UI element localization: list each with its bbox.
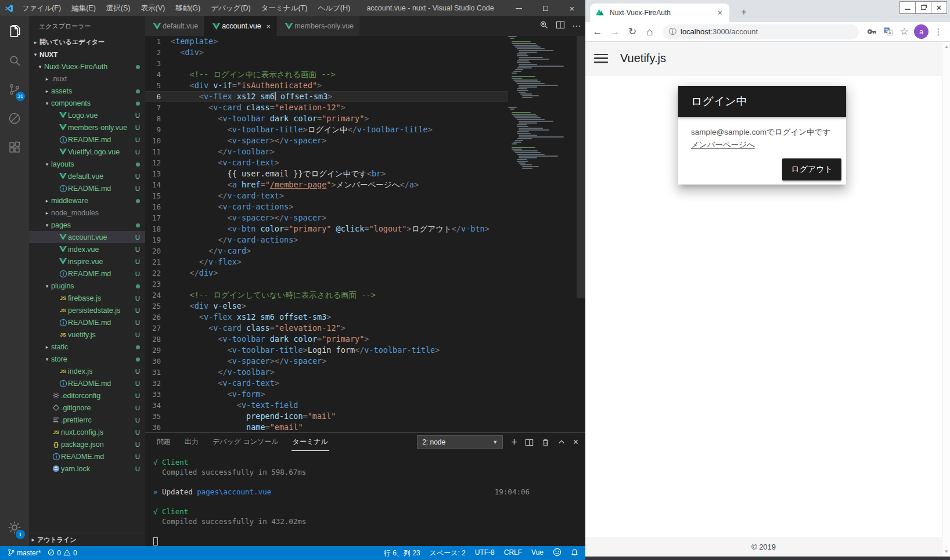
- status-item-4[interactable]: Vue: [531, 548, 544, 558]
- git-branch-item[interactable]: master*: [6, 548, 42, 558]
- browser-close-button[interactable]: ✕: [931, 1, 947, 14]
- tree-file-firebase.js[interactable]: JSfirebase.jsU: [29, 292, 145, 304]
- problems-item[interactable]: 0 0: [46, 549, 78, 558]
- status-item-2[interactable]: UTF-8: [475, 548, 495, 558]
- back-icon[interactable]: ←: [589, 24, 606, 40]
- close-button[interactable]: ×: [559, 0, 585, 16]
- tree-file-README.md[interactable]: README.mdU: [29, 268, 145, 280]
- notifications-bell-icon[interactable]: [571, 548, 578, 558]
- member-page-link[interactable]: メンバーページへ: [691, 139, 755, 151]
- tree-file-README.md[interactable]: README.mdU: [29, 133, 145, 146]
- panel-tab-item[interactable]: 出力: [183, 433, 200, 451]
- tree-file-README.md[interactable]: README.mdU: [29, 450, 145, 463]
- tree-folder-.nuxt[interactable]: ▸.nuxt: [29, 73, 145, 85]
- tree-folder-static[interactable]: ▸static: [29, 341, 145, 353]
- menu-v[interactable]: 表示(V): [135, 3, 170, 13]
- logout-button[interactable]: ログアウト: [782, 158, 841, 180]
- tree-file-README.md[interactable]: README.mdU: [29, 377, 145, 389]
- panel-tab-item[interactable]: 問題: [156, 433, 172, 451]
- minimize-button[interactable]: [505, 0, 532, 16]
- profile-avatar[interactable]: a: [914, 24, 929, 39]
- menu-f[interactable]: ファイル(F): [17, 3, 66, 13]
- tree-folder-node_modules[interactable]: ▸node_modules: [29, 207, 145, 219]
- hamburger-menu-icon[interactable]: [593, 53, 609, 64]
- new-tab-button[interactable]: +: [736, 5, 751, 20]
- menu-t[interactable]: ターミナル(T): [256, 3, 313, 13]
- browser-tab[interactable]: Nuxt-Vuex-FireAuth ×: [590, 3, 729, 22]
- status-item-0[interactable]: 行 6、列 23: [384, 548, 420, 558]
- tree-folder-layouts[interactable]: ▾layouts: [29, 158, 145, 170]
- tab-members-only-vue[interactable]: members-only.vue: [277, 16, 360, 36]
- tree-folder-pages[interactable]: ▾pages: [29, 219, 145, 231]
- panel-tab-item[interactable]: デバッグ コンソール: [211, 433, 280, 451]
- split-editor-icon[interactable]: [556, 20, 565, 32]
- tree-file-nuxt.config.js[interactable]: JSnuxt.config.jsU: [29, 426, 145, 438]
- maximize-button[interactable]: [532, 0, 559, 16]
- status-item-1[interactable]: スペース: 2: [430, 548, 466, 558]
- tab-account-vue[interactable]: account.vue×: [204, 16, 277, 36]
- tab-close-icon[interactable]: ×: [717, 8, 724, 17]
- menu-e[interactable]: 編集(E): [66, 3, 101, 13]
- tree-file-VuetifyLogo.vue[interactable]: VuetifyLogo.vueU: [29, 146, 145, 158]
- tree-folder-[interactable]: ▸開いているエディター: [29, 36, 145, 48]
- menu-h[interactable]: ヘルプ(H): [312, 3, 355, 13]
- tree-file-persistedstate.js[interactable]: JSpersistedstate.jsU: [29, 304, 145, 316]
- tree-file-.gitignore[interactable]: .gitignoreU: [29, 402, 145, 414]
- tab-default-vue[interactable]: default.vue: [145, 16, 204, 36]
- tree-folder-components[interactable]: ▾components: [29, 97, 145, 109]
- browser-minimize-button[interactable]: [899, 1, 916, 14]
- translate-icon[interactable]: 文A: [880, 24, 896, 40]
- tree-folder-Nuxt-Vuex-FireAuth[interactable]: ▾Nuxt-Vuex-FireAuth: [29, 60, 145, 73]
- search-icon[interactable]: [0, 46, 29, 74]
- scroll-down-icon[interactable]: ▼: [942, 549, 950, 554]
- find-in-file-icon[interactable]: [539, 20, 549, 32]
- tree-file-README.md[interactable]: README.mdU: [29, 182, 145, 194]
- tab-close-icon[interactable]: ×: [267, 22, 271, 31]
- menu-g[interactable]: 移動(G): [170, 3, 206, 13]
- tree-file-package.json[interactable]: {}package.jsonU: [29, 438, 145, 450]
- source-control-icon[interactable]: 31: [0, 75, 29, 103]
- tree-file-README.md[interactable]: README.mdU: [29, 316, 145, 328]
- tree-file-default.vue[interactable]: default.vueU: [29, 170, 145, 182]
- password-key-icon[interactable]: [863, 24, 880, 40]
- maximize-panel-icon[interactable]: [557, 438, 566, 446]
- new-terminal-icon[interactable]: +: [511, 438, 517, 446]
- kill-terminal-icon[interactable]: [541, 438, 550, 447]
- tree-folder-NUXT[interactable]: ▾NUXT: [29, 48, 145, 60]
- home-icon[interactable]: ⌂: [641, 24, 658, 40]
- tree-file-inspire.vue[interactable]: inspire.vueU: [29, 255, 145, 268]
- tree-file-account.vue[interactable]: account.vueU: [29, 231, 145, 243]
- tree-folder-plugins[interactable]: ▾plugins: [29, 280, 145, 292]
- code-editor[interactable]: 1<template>2 <div>34 <!-- ログイン中に表示される画面 …: [145, 36, 585, 432]
- browser-maximize-button[interactable]: [915, 1, 931, 14]
- terminal-output[interactable]: √ Client Compiled successfully in 598.67…: [145, 451, 585, 546]
- explorer-icon[interactable]: [0, 17, 29, 45]
- feedback-smiley-icon[interactable]: [553, 548, 562, 558]
- extensions-icon[interactable]: [0, 133, 29, 161]
- split-terminal-icon[interactable]: [525, 438, 534, 447]
- browser-menu-icon[interactable]: ⋮: [930, 24, 947, 40]
- menu-s[interactable]: 選択(S): [101, 3, 136, 13]
- tree-file-.editorconfig[interactable]: .editorconfigU: [29, 389, 145, 402]
- tree-file-vuetify.js[interactable]: JSvuetify.jsU: [29, 328, 145, 341]
- reload-icon[interactable]: ↻: [624, 24, 641, 40]
- tree-file-index.js[interactable]: JSindex.jsU: [29, 365, 145, 377]
- terminal-select[interactable]: 2: node ▼: [417, 435, 503, 449]
- bookmark-star-icon[interactable]: ☆: [896, 24, 912, 40]
- panel-tab-active[interactable]: ターミナル: [292, 433, 329, 451]
- outline-section[interactable]: ▸ アウトライン: [29, 533, 145, 546]
- page-info-icon[interactable]: ⓘ: [669, 27, 676, 37]
- page-scrollbar[interactable]: ▲ ▼: [942, 42, 950, 557]
- tree-folder-store[interactable]: ▾store: [29, 353, 145, 365]
- tree-file-members-only.vue[interactable]: members-only.vueU: [29, 121, 145, 133]
- tree-file-index.vue[interactable]: index.vueU: [29, 243, 145, 255]
- scroll-up-icon[interactable]: ▲: [942, 44, 950, 49]
- address-bar[interactable]: ⓘ localhost:3000/account: [663, 24, 859, 39]
- menu-d[interactable]: デバッグ(D): [206, 3, 256, 13]
- status-item-3[interactable]: CRLF: [504, 548, 522, 558]
- settings-gear-icon[interactable]: 1: [0, 514, 29, 541]
- close-panel-icon[interactable]: ×: [573, 437, 578, 447]
- tree-folder-assets[interactable]: ▸assets: [29, 85, 145, 97]
- tree-file-yarn.lock[interactable]: yarn.lockU: [29, 463, 145, 475]
- minimap[interactable]: [508, 36, 576, 432]
